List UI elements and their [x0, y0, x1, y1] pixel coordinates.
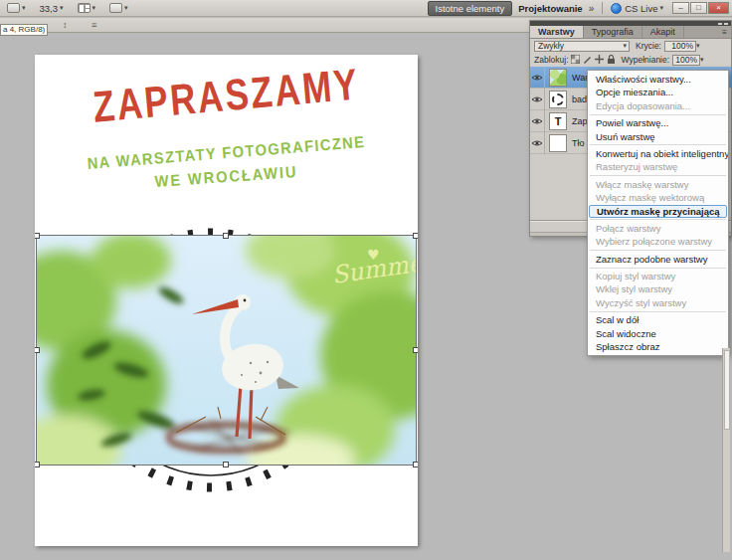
divider: [602, 2, 603, 14]
menu-item-scal-widoczne[interactable]: Scal widoczne: [588, 327, 728, 340]
zoom-level-control[interactable]: 33,3 ▾: [33, 3, 71, 14]
document-tab[interactable]: a 4, RGB/8): [0, 24, 48, 36]
eye-icon: [531, 139, 543, 147]
text-layer-thumbnail[interactable]: T: [549, 112, 567, 130]
menu-item-rasteryzuj-warstwe: Rasteryzuj warstwę: [588, 160, 728, 173]
transform-handle-top-right[interactable]: [413, 233, 418, 239]
lock-position-icon[interactable]: [595, 55, 604, 65]
menu-item-powiel-warstwe[interactable]: Powiel warstwę...: [588, 116, 728, 129]
menu-item-splaszcz-obraz[interactable]: Spłaszcz obraz: [588, 340, 728, 353]
menu-item-wylacz-maske-wektorowa: Wyłącz maskę wektorową: [588, 191, 728, 204]
fill-label: Wypełnianie:: [622, 55, 670, 65]
transform-handle-bottom-center[interactable]: [223, 462, 229, 467]
chevron-down-icon: ▾: [124, 4, 128, 12]
tab-typografia[interactable]: Typografia: [584, 26, 642, 38]
visibility-toggle[interactable]: [530, 132, 545, 154]
menu-item-konwertuj-na-obiekt[interactable]: Konwertuj na obiekt inteligentny: [588, 147, 728, 160]
menu-item-usun-warstwe[interactable]: Usuń warstwę: [588, 130, 728, 143]
eye-icon: [531, 74, 543, 82]
chevron-down-icon: ▾: [696, 42, 700, 50]
menu-separator: [590, 175, 726, 176]
transform-handle-middle-left[interactable]: [35, 347, 40, 353]
layer-thumbnail[interactable]: [549, 91, 567, 108]
eye-icon: [531, 117, 543, 125]
menu-item-wklej-styl: Wklej styl warstwy: [588, 282, 728, 295]
menu-item-scal-w-dol[interactable]: Scal w dół: [588, 313, 728, 326]
layer-thumbnail[interactable]: [549, 134, 567, 152]
menu-item-wlacz-maske-warstwy: Włącz maskę warstwy: [588, 178, 728, 191]
poster-title-text: ZAPRASZAMY: [72, 58, 381, 134]
cs-live-button[interactable]: CS Live: [625, 3, 657, 14]
blend-mode-value: Zwykły: [538, 41, 564, 51]
menu-item-opcje-mieszania[interactable]: Opcje mieszania...: [588, 86, 728, 98]
scrollbar-thumb[interactable]: [724, 350, 730, 430]
opacity-label: Krycie:: [636, 41, 661, 51]
chevron-down-icon: ▾: [60, 4, 64, 12]
layer-name: Tło: [572, 138, 585, 148]
transform-handle-bottom-left[interactable]: [35, 462, 40, 467]
transform-handle-bottom-right[interactable]: [413, 462, 418, 467]
eye-icon: [531, 95, 543, 103]
menu-item-edycja-dopasowania: Edycja dopasowania...: [588, 99, 728, 112]
options-icon-2[interactable]: ≡: [92, 20, 96, 30]
menu-separator: [590, 219, 726, 220]
workspace-button-istotne-elementy[interactable]: Istotne elementy: [428, 1, 513, 16]
chevron-down-icon: ▾: [92, 4, 96, 12]
close-button[interactable]: ×: [708, 2, 729, 14]
panel-tabs: Warstwy Typografia Akapit ≡: [530, 26, 731, 39]
application-bar: ▾ 33,3 ▾ ▾ ▾ Istotne elementy Projektowa…: [0, 0, 732, 17]
chevron-down-icon: ▾: [623, 42, 629, 50]
visibility-toggle[interactable]: [530, 89, 545, 110]
layer-context-menu: Właściwości warstwy... Opcje mieszania..…: [587, 70, 729, 356]
menu-item-polacz-warstwy: Połącz warstwy: [588, 222, 728, 235]
menu-separator: [590, 268, 726, 269]
chevron-down-icon: ▾: [659, 4, 663, 12]
chevron-down-icon: ▾: [22, 4, 26, 12]
layer-thumbnail[interactable]: [549, 69, 567, 87]
blend-mode-dropdown[interactable]: Zwykły ▾: [534, 41, 630, 52]
bridge-icon: [7, 3, 20, 13]
menu-item-utworz-maske-przycinajaca[interactable]: Utwórz maskę przycinającą: [589, 205, 727, 218]
blend-mode-row: Zwykły ▾ Krycie: 100% ▾: [530, 39, 731, 53]
document-vertical-scrollbar[interactable]: [722, 348, 730, 552]
screen-mode-icon: [109, 3, 122, 13]
visibility-toggle[interactable]: [530, 110, 545, 132]
arrange-documents-button[interactable]: ▾: [71, 3, 103, 13]
opacity-value-field[interactable]: 100%: [664, 41, 696, 52]
fill-value-field[interactable]: 100%: [672, 55, 700, 66]
menu-separator: [590, 250, 726, 251]
transform-handle-top-center[interactable]: [223, 233, 229, 239]
document-canvas[interactable]: ZAPRASZAMY NA WARSZTATY FOTOGRAFICZNE WE…: [35, 55, 418, 546]
launch-bridge-button[interactable]: ▾: [0, 3, 33, 13]
tab-warstwy[interactable]: Warstwy: [530, 26, 584, 38]
lock-all-icon[interactable]: [607, 55, 616, 65]
menu-separator: [590, 311, 726, 312]
menu-item-wybierz-polaczone: Wybierz połączone warstwy: [588, 235, 728, 248]
screen-mode-button[interactable]: ▾: [102, 3, 135, 13]
arrange-documents-icon: [78, 3, 91, 13]
cs-live-icon: [611, 3, 622, 14]
menu-separator: [590, 114, 726, 115]
menu-item-wlasciwosci-warstwy[interactable]: Właściwości warstwy...: [588, 73, 728, 86]
transform-handle-top-left[interactable]: [35, 233, 40, 239]
photoshop-window: ▾ 33,3 ▾ ▾ ▾ Istotne elementy Projektowa…: [0, 0, 732, 560]
stork-photo: Summer ♥: [37, 236, 416, 465]
menu-item-kopiuj-styl: Kopiuj styl warstwy: [588, 270, 728, 282]
menu-separator: [590, 144, 726, 145]
lock-row: Zablokuj: Wypełnianie: 100% ▾: [530, 53, 731, 67]
workspace-button-projektowanie[interactable]: Projektowanie: [518, 3, 582, 14]
minimize-button[interactable]: –: [672, 2, 689, 14]
lock-transparency-icon[interactable]: [571, 55, 580, 65]
panel-menu-icon[interactable]: ≡: [718, 26, 731, 38]
visibility-toggle[interactable]: [530, 67, 545, 89]
menu-item-zaznacz-podobne[interactable]: Zaznacz podobne warstwy: [588, 253, 728, 266]
tab-akapit[interactable]: Akapit: [642, 26, 684, 38]
transform-handle-middle-right[interactable]: [413, 347, 418, 353]
lock-pixels-icon[interactable]: [583, 55, 592, 65]
lock-label: Zablokuj:: [534, 55, 569, 65]
workspace-overflow-chevrons[interactable]: »: [589, 3, 595, 14]
chevron-down-icon: ▾: [700, 56, 704, 64]
photo-layer-transform[interactable]: Summer ♥: [37, 236, 416, 465]
restore-button[interactable]: □: [690, 2, 707, 14]
options-icon-1[interactable]: ↕: [63, 20, 68, 30]
